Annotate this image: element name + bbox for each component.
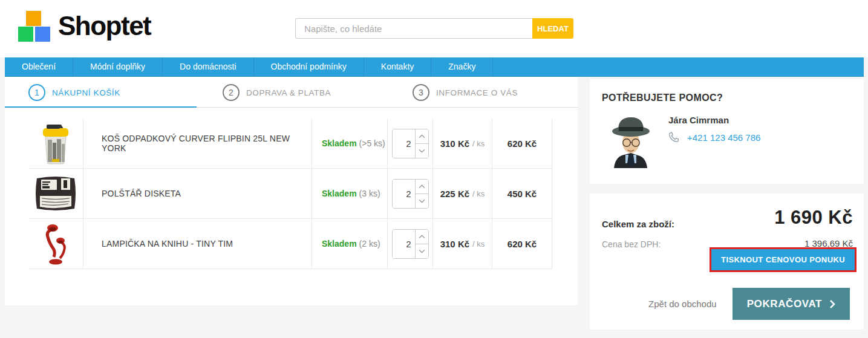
unit-suffix: / ks (472, 139, 485, 148)
search-form: HLEDAT (295, 18, 573, 39)
stock-status: Skladem (>5 ks) (312, 119, 387, 168)
main-navigation: Oblečení Módní doplňky Do domácnosti Obc… (5, 57, 864, 77)
stock-status: Skladem (3 ks) (312, 169, 387, 218)
stock-quantity: (>5 ks) (359, 138, 385, 148)
nav-item-obleceni[interactable]: Oblečení (5, 57, 73, 76)
product-image-trash-bin[interactable] (28, 119, 83, 168)
unit-suffix: / ks (472, 239, 485, 249)
logo-square-blue (35, 27, 50, 42)
line-total: 620 Kč (492, 219, 552, 268)
total-label: Celkem za zboží: (602, 219, 674, 229)
quantity-decrease-button[interactable] (416, 194, 428, 208)
product-image-book-lamp[interactable] (28, 219, 83, 268)
logo-square-green (18, 27, 33, 42)
cart-row-book-lamp: LAMPIČKA NA KNIHU - TINY TIM Skladem (2 … (28, 219, 552, 269)
step-shipping-payment[interactable]: 2 DOPRAVA & PLATBA (223, 84, 331, 101)
quantity-cell (387, 169, 432, 218)
chevron-up-icon (419, 134, 425, 138)
phone-icon (668, 132, 679, 143)
quantity-stepper (392, 229, 429, 259)
quantity-stepper (392, 179, 429, 209)
continue-button[interactable]: POKRAČOVAT (733, 288, 850, 320)
nav-item-kontakty[interactable]: Kontakty (364, 57, 431, 76)
cart-row-trash-bin: KOŠ ODPADKOVÝ CURVER FLIPBIN 25L NEW YOR… (28, 119, 552, 169)
stock-quantity: (2 ks) (359, 239, 380, 249)
unit-price-cell: 225 Kč / ks (432, 169, 492, 218)
step-your-info[interactable]: 3 INFORMACE O VÁS (413, 84, 518, 101)
quantity-increase-button[interactable] (416, 180, 428, 194)
unit-suffix: / ks (472, 189, 485, 198)
trash-bin-image (36, 122, 75, 165)
stock-status: Skladem (2 ks) (312, 219, 387, 268)
line-total: 450 Kč (492, 169, 552, 218)
cart-panel: 1 NÁKUPNÍ KOŠÍK 2 DOPRAVA & PLATBA 3 INF… (5, 77, 578, 305)
help-title: POTŘEBUJETE POMOC? (602, 93, 723, 103)
step-shipping-number: 2 (223, 84, 240, 101)
step-shipping-label: DOPRAVA & PLATBA (246, 88, 331, 97)
product-name[interactable]: KOŠ ODPADKOVÝ CURVER FLIPBIN 25L NEW YOR… (83, 119, 312, 168)
active-step-underline (5, 106, 197, 108)
continue-button-label: POKRAČOVAT (747, 298, 822, 310)
chevron-down-icon (419, 149, 425, 153)
line-total: 620 Kč (492, 119, 552, 168)
price-without-vat-label: Cena bez DPH: (602, 239, 661, 249)
cart-row-floppy-pillow: POLŠTÁŘ DISKETA Skladem (3 ks) (28, 169, 552, 219)
contact-phone-link[interactable]: +421 123 456 786 (687, 132, 760, 143)
quantity-input[interactable] (393, 129, 415, 158)
product-name[interactable]: POLŠTÁŘ DISKETA (83, 169, 312, 218)
product-name[interactable]: LAMPIČKA NA KNIHU - TINY TIM (83, 219, 312, 268)
step-info-number: 3 (413, 84, 429, 101)
unit-price: 310 Kč (440, 138, 469, 149)
unit-price: 310 Kč (440, 239, 469, 249)
stock-quantity: (3 ks) (359, 189, 380, 198)
unit-price-cell: 310 Kč / ks (432, 219, 492, 268)
brand-name: Shoptet (58, 11, 151, 41)
book-lamp-image (39, 221, 72, 267)
nav-item-obchodni-podminky[interactable]: Obchodní podmínky (254, 57, 364, 76)
logo-square-orange (26, 11, 41, 26)
chevron-down-icon (419, 199, 425, 203)
quantity-stepper (392, 129, 429, 158)
contact-photo (608, 114, 654, 168)
help-panel: POTŘEBUJETE POMOC? Jára Cimrman +421 123… (590, 79, 864, 184)
step-cart-label: NÁKUPNÍ KOŠÍK (52, 88, 120, 97)
contact-name: Jára Cimrman (668, 115, 729, 125)
unit-price: 225 Kč (440, 189, 469, 199)
quantity-cell (387, 219, 432, 268)
stock-label: Skladem (322, 138, 357, 148)
step-cart-number: 1 (28, 84, 45, 101)
quantity-decrease-button[interactable] (416, 144, 428, 158)
step-info-label: INFORMACE O VÁS (436, 88, 518, 97)
step-cart[interactable]: 1 NÁKUPNÍ KOŠÍK (28, 84, 120, 101)
search-input[interactable] (295, 18, 532, 39)
nav-item-znacky[interactable]: Značky (431, 57, 493, 76)
back-to-shop-link[interactable]: Zpět do obchodu (648, 299, 717, 309)
total-value: 1 690 Kč (774, 207, 853, 229)
annotation-highlight-box: TISKNOUT CENOVOU PONUKU (710, 247, 857, 272)
chevron-down-icon (419, 249, 425, 253)
quantity-decrease-button[interactable] (416, 244, 428, 258)
summary-panel: Celkem za zboží: 1 690 Kč Cena bez DPH: … (590, 193, 864, 330)
nav-item-modni-doplnky[interactable]: Módní doplňky (73, 57, 163, 76)
unit-price-cell: 310 Kč / ks (432, 119, 492, 168)
chevron-up-icon (419, 184, 425, 189)
chevron-up-icon (419, 235, 425, 239)
stepper-buttons (415, 180, 428, 208)
quantity-input[interactable] (393, 180, 415, 208)
stock-label: Skladem (322, 239, 357, 249)
chevron-right-icon (829, 299, 835, 309)
quantity-increase-button[interactable] (416, 129, 428, 144)
checkout-steps: 1 NÁKUPNÍ KOŠÍK 2 DOPRAVA & PLATBA 3 INF… (5, 77, 578, 108)
quantity-increase-button[interactable] (416, 230, 428, 244)
product-image-floppy-pillow[interactable] (28, 169, 83, 218)
stepper-buttons (415, 230, 428, 258)
header: Shoptet HLEDAT (0, 0, 868, 57)
quantity-input[interactable] (393, 230, 415, 258)
cart-table: KOŠ ODPADKOVÝ CURVER FLIPBIN 25L NEW YOR… (28, 119, 552, 269)
search-button[interactable]: HLEDAT (532, 18, 573, 39)
stock-label: Skladem (322, 189, 357, 198)
nav-item-do-domacnosti[interactable]: Do domácnosti (163, 57, 253, 76)
print-quote-button[interactable]: TISKNOUT CENOVOU PONUKU (711, 249, 855, 270)
shoptet-logo[interactable]: Shoptet (18, 11, 163, 45)
floppy-pillow-image (34, 174, 77, 213)
